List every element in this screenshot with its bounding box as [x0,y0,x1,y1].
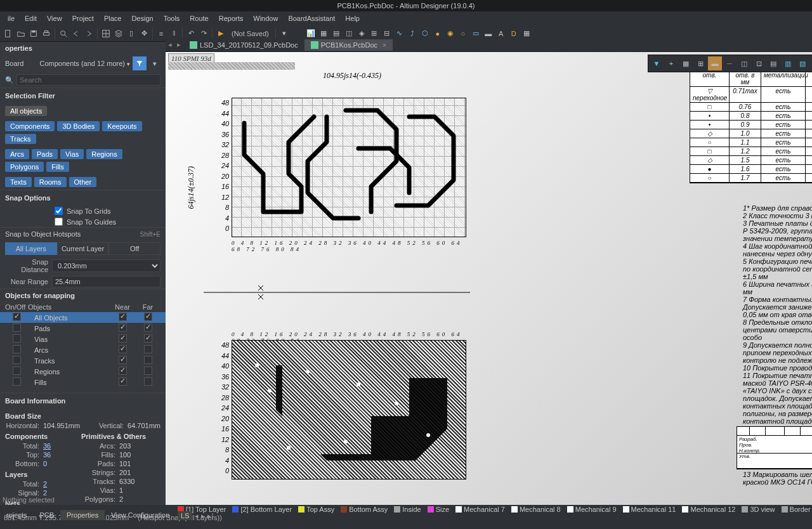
bottom-tab-view configuration[interactable]: View Configuration [105,510,176,520]
layer-mechanical7[interactable]: Mechanical 7 [455,506,505,513]
menu-place[interactable]: Place [99,15,127,22]
run-icon[interactable]: ▶ [215,28,226,39]
open-icon[interactable] [15,28,27,39]
filter-button[interactable] [133,56,147,70]
text-icon[interactable]: A [495,28,507,39]
far-check[interactable] [144,356,152,364]
obj-row-arcs[interactable]: Arcs [0,344,166,355]
menu-help[interactable]: Help [340,15,365,22]
workspace[interactable]: 110 SPMI 93d 104.95js14(-0.435) 64js14(±… [166,52,812,505]
onoff-check[interactable] [13,334,21,343]
near-check[interactable] [119,367,127,375]
layer-border[interactable]: Border [782,506,811,513]
search-input[interactable] [16,74,160,86]
ft-i1-icon[interactable]: ◫ [737,56,751,70]
menu-tools[interactable]: Tools [159,15,185,22]
move-icon[interactable]: ✥ [138,28,150,39]
t4-icon[interactable]: ◫ [343,28,355,39]
ft-i4-icon[interactable]: ▥ [781,56,795,70]
filter-tag-fills[interactable]: Fills [46,162,69,172]
bottom-tab-rojects[interactable]: rojects [0,510,33,520]
chart-icon[interactable]: 📊 [305,28,317,39]
components-dropdown[interactable]: Components (and 12 more) [39,60,130,67]
far-check[interactable] [144,367,152,375]
near-check[interactable] [119,334,127,343]
obj-row-vias[interactable]: Vias [0,334,166,344]
ft-group-icon[interactable]: ⊞ [693,56,707,70]
ls-next[interactable]: ▸ [201,512,205,520]
undo2-icon[interactable]: ↶ [185,28,197,39]
snap-grids-check[interactable] [55,207,63,215]
filter-tag-vias[interactable]: Vias [60,149,84,159]
ls-label[interactable]: LS [178,511,192,520]
filter-tag-pads[interactable]: Pads [32,149,58,159]
menu-window[interactable]: Window [248,15,283,22]
far-check[interactable] [144,334,152,343]
filter-tag-other[interactable]: Other [69,177,97,187]
near-check[interactable] [119,377,127,386]
near-check[interactable] [119,356,127,364]
redo-icon[interactable] [83,28,95,39]
layer-bottomassy[interactable]: Bottom Assy [341,506,388,513]
expand-icon[interactable]: ▾ [149,58,160,69]
onoff-check[interactable] [13,313,21,321]
filter-tag-regions[interactable]: Regions [86,149,122,159]
t6-icon[interactable]: ⊞ [369,28,380,39]
snap-distance-select[interactable]: 0.203mm [52,259,160,272]
layer-inside[interactable]: Inside [394,506,421,513]
layer-topassy[interactable]: Top Assy [298,506,334,513]
save-icon[interactable] [28,28,39,39]
near-check[interactable] [119,345,127,353]
far-check[interactable] [144,345,152,353]
filter-tag-keepouts[interactable]: Keepouts [102,121,141,131]
t11-icon[interactable]: ● [432,28,443,39]
layer-mechanical12[interactable]: Mechanical 12 [682,506,735,513]
t14-icon[interactable]: ▭ [470,28,481,39]
print-icon[interactable] [41,28,52,39]
onoff-check[interactable] [13,323,21,332]
grid-icon[interactable] [100,28,112,39]
layer-mechanical8[interactable]: Mechanical 8 [511,506,561,513]
layers-icon[interactable] [113,28,124,39]
far-check[interactable] [144,377,152,386]
t15-icon[interactable]: ▬ [483,28,494,39]
close-icon[interactable]: × [383,41,386,49]
t2-icon[interactable]: ▦ [318,28,329,39]
tab-LSD_34_20170512_09.PcbDoc[interactable]: LSD_34_20170512_09.PcbDoc [183,39,304,51]
near-check[interactable] [119,313,127,321]
layer-mechanical11[interactable]: Mechanical 11 [623,506,676,513]
bottom-tab-properties[interactable]: Properties [60,510,105,520]
t7-icon[interactable]: ⊟ [381,28,393,39]
onoff-check[interactable] [13,356,21,364]
zoom-icon[interactable] [58,28,69,39]
filter-tag-components[interactable]: Components [5,121,55,131]
layer-mechanical9[interactable]: Mechanical 9 [567,506,617,513]
obj-row-all-objects[interactable]: All Objects [0,312,166,323]
far-check[interactable] [144,323,152,332]
filter-tag-tracks[interactable]: Tracks [5,134,36,144]
far-check[interactable] [144,313,152,321]
onoff-check[interactable] [13,345,21,353]
redo2-icon[interactable]: ↷ [198,28,209,39]
select-icon[interactable]: ▯ [126,28,137,39]
layer-size[interactable]: Size [428,506,449,513]
t5-icon[interactable]: ◈ [356,28,367,39]
dropdown-icon[interactable]: ▾ [278,28,290,39]
obj-row-regions[interactable]: Regions [0,366,166,377]
filter-tag-3d-bodies[interactable]: 3D Bodies [57,121,100,131]
menu-boardassistant[interactable]: BoardAssistant [283,15,340,22]
t12-icon[interactable]: ◉ [445,28,456,39]
layer-2bottomlayer[interactable]: [2] Bottom Layer [232,506,292,513]
onoff-check[interactable] [13,377,21,386]
menu-design[interactable]: Design [126,15,158,22]
ft-plus-icon[interactable]: + [664,56,678,70]
ls-last[interactable]: ▸| [207,512,213,520]
align-icon[interactable]: ≡ [155,28,167,39]
obj-row-fills[interactable]: Fills [0,377,166,388]
filter-tag-texts[interactable]: Texts [5,177,32,187]
comp-total[interactable]: 36 [43,442,81,450]
t9-icon[interactable]: ⤴ [407,28,418,39]
all-objects-tag[interactable]: All objects [5,106,47,116]
menu-route[interactable]: Route [185,15,213,22]
mode-off[interactable]: Off [108,242,160,255]
